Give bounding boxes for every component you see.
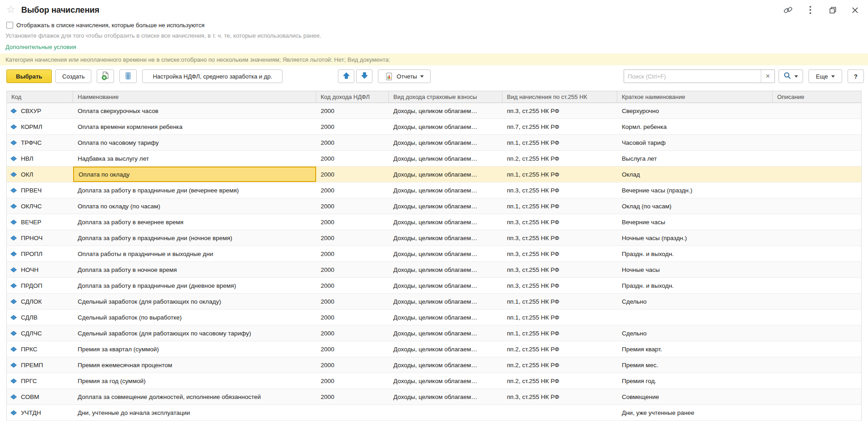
table-row-ПРНОЧ[interactable]: ПРНОЧДоплата за работу в праздничные дни… <box>7 230 861 246</box>
search-input[interactable] <box>624 70 761 83</box>
table-row-ОКЛЧС[interactable]: ОКЛЧСОплата по окладу (по часам)2000Дохо… <box>7 198 861 214</box>
table-row-ПРВЕЧ[interactable]: ПРВЕЧДоплата за работу в праздничные дни… <box>7 182 861 198</box>
cell-code[interactable]: ПРЕМП <box>7 357 73 373</box>
cell-name[interactable]: Доплата за работу в праздничные дни (дне… <box>73 278 316 293</box>
cell-income[interactable]: Доходы, целиком облагаем… <box>389 214 502 230</box>
cell-code[interactable]: НОЧН <box>7 262 73 277</box>
cell-desc[interactable] <box>773 341 861 357</box>
cell-name[interactable]: Доплата за совмещение должностей, исполн… <box>73 389 316 404</box>
cell-short[interactable]: Сдельно <box>617 325 773 341</box>
ndfl-settings-button[interactable]: Настройка НДФЛ, среднего заработка и др. <box>142 69 283 83</box>
cell-article[interactable]: пп.2, ст.255 НК РФ <box>502 151 617 166</box>
cell-article[interactable]: пп.2, ст.255 НК РФ <box>502 373 617 389</box>
cell-desc[interactable] <box>773 214 861 230</box>
cell-desc[interactable] <box>773 405 861 420</box>
cell-article[interactable]: пп.3, ст.255 НК РФ <box>502 103 617 118</box>
cell-article[interactable]: пп.1, ст.255 НК РФ <box>502 310 617 325</box>
column-header-name[interactable]: Наименование <box>73 91 316 103</box>
cell-ndfl[interactable]: 2000 <box>316 357 389 373</box>
cell-short[interactable]: Сверхурочно <box>617 103 773 118</box>
cell-income[interactable]: Доходы, целиком облагаем… <box>389 230 502 246</box>
cell-article[interactable]: пп.3, ст.255 НК РФ <box>502 246 617 261</box>
help-button[interactable]: ? <box>848 69 864 83</box>
list-settings-button[interactable] <box>119 69 137 83</box>
cell-income[interactable]: Доходы, целиком облагаем… <box>389 246 502 261</box>
cell-article[interactable]: пп.3, ст.255 НК РФ <box>502 389 617 404</box>
cell-ndfl[interactable]: 2000 <box>316 310 389 325</box>
cell-article[interactable]: пп.1, ст.255 НК РФ <box>502 325 617 341</box>
cell-article[interactable]: пп.3, ст.255 НК РФ <box>502 262 617 277</box>
cell-name[interactable]: Оплата по окладу (по часам) <box>73 198 316 214</box>
column-header-desc[interactable]: Описание <box>773 91 861 103</box>
column-header-income[interactable]: Вид дохода страховые взносы <box>389 91 502 103</box>
cell-income[interactable]: Доходы, целиком облагаем… <box>389 167 502 182</box>
cell-income[interactable]: Доходы, целиком облагаем… <box>389 198 502 214</box>
cell-name[interactable]: Оплата работы в праздничные и выходные д… <box>73 246 316 261</box>
additional-conditions-link[interactable]: Дополнительные условия <box>5 44 76 50</box>
cell-income[interactable]: Доходы, целиком облагаем… <box>389 310 502 325</box>
cell-article[interactable]: пп.2, ст.255 НК РФ <box>502 341 617 357</box>
table-row-КОРМЛ[interactable]: КОРМЛОплата времени кормления ребенка200… <box>7 119 861 135</box>
cell-ndfl[interactable]: 2000 <box>316 198 389 214</box>
create-button[interactable]: Создать <box>55 69 91 83</box>
cell-desc[interactable] <box>773 278 861 293</box>
cell-income[interactable]: Доходы, целиком облагаем… <box>389 373 502 389</box>
cell-income[interactable]: Доходы, целиком облагаем… <box>389 119 502 134</box>
cell-code[interactable]: ОКЛЧС <box>7 198 73 214</box>
table-row-ПРГС[interactable]: ПРГСПремия за год (суммой)2000Доходы, це… <box>7 373 861 389</box>
link-icon[interactable] <box>783 5 793 15</box>
cell-name[interactable]: Сдельный заработок (для работающих по ок… <box>73 294 316 309</box>
cell-article[interactable] <box>502 405 617 420</box>
cell-code[interactable]: НВЛ <box>7 151 73 166</box>
cell-name[interactable]: Доплата за работу в ночное время <box>73 262 316 277</box>
cell-ndfl[interactable]: 2000 <box>316 151 389 166</box>
cell-income[interactable]: Доходы, целиком облагаем… <box>389 135 502 150</box>
cell-short[interactable]: Вечерние часы <box>617 214 773 230</box>
cell-article[interactable]: пп.1, ст.255 НК РФ <box>502 294 617 309</box>
cell-article[interactable]: пп.3, ст.255 НК РФ <box>502 230 617 246</box>
cell-desc[interactable] <box>773 357 861 373</box>
cell-code[interactable]: ВЕЧЕР <box>7 214 73 230</box>
table-row-НВЛ[interactable]: НВЛНадбавка за выслугу лет2000Доходы, це… <box>7 151 861 167</box>
cell-income[interactable]: Доходы, целиком облагаем… <box>389 278 502 293</box>
cell-article[interactable]: пп.7, ст.255 НК РФ <box>502 119 617 134</box>
cell-name[interactable]: Оплата по часовому тарифу <box>73 135 316 150</box>
cell-short[interactable]: Премия год. <box>617 373 773 389</box>
cell-code[interactable]: ПРГС <box>7 373 73 389</box>
cell-desc[interactable] <box>773 373 861 389</box>
cell-name[interactable]: Премия за квартал (суммой) <box>73 341 316 357</box>
cell-income[interactable]: Доходы, целиком облагаем… <box>389 103 502 118</box>
cell-ndfl[interactable]: 2000 <box>316 135 389 150</box>
cell-name[interactable]: Сдельный заработок (для работающих по ча… <box>73 325 316 341</box>
cell-short[interactable]: Ночные часы <box>617 262 773 277</box>
table-row-НОЧН[interactable]: НОЧНДоплата за работу в ночное время2000… <box>7 262 861 278</box>
cell-article[interactable]: пп.2, ст.255 НК РФ <box>502 357 617 373</box>
table-row-ОКЛ[interactable]: ОКЛОплата по окладу2000Доходы, целиком о… <box>7 167 861 182</box>
table-row-СВХУР[interactable]: СВХУРОплата сверхурочных часов2000Доходы… <box>7 103 861 119</box>
cell-article[interactable]: пп.3, ст.255 НК РФ <box>502 278 617 293</box>
cell-ndfl[interactable]: 2000 <box>316 182 389 198</box>
cell-article[interactable]: пп.1, ст.255 НК РФ <box>502 135 617 150</box>
cell-code[interactable]: ОКЛ <box>7 167 73 182</box>
cell-ndfl[interactable]: 2000 <box>316 214 389 230</box>
column-header-short[interactable]: Краткое наименование <box>617 91 773 103</box>
cell-desc[interactable] <box>773 198 861 214</box>
cell-code[interactable]: ПРКС <box>7 341 73 357</box>
cell-code[interactable]: СДЛЧС <box>7 325 73 341</box>
cell-short[interactable]: Праздн. и выходн. <box>617 246 773 261</box>
cell-name[interactable]: Дни, учтенные до начала эксплуатации <box>73 405 316 420</box>
cell-short[interactable]: Оклад (по часам) <box>617 198 773 214</box>
cell-code[interactable]: УЧТДН <box>7 405 73 420</box>
cell-desc[interactable] <box>773 246 861 261</box>
cell-income[interactable]: Доходы, целиком облагаем… <box>389 151 502 166</box>
copy-item-button[interactable] <box>97 69 114 83</box>
cell-code[interactable]: ПРНОЧ <box>7 230 73 246</box>
cell-desc[interactable] <box>773 119 861 134</box>
cell-article[interactable]: пп.1, ст.255 НК РФ <box>502 198 617 214</box>
favorite-star-icon[interactable]: ☆ <box>6 5 15 15</box>
cell-ndfl[interactable]: 2000 <box>316 389 389 404</box>
cell-code[interactable]: СДЛВ <box>7 310 73 325</box>
cell-code[interactable]: СДЛОК <box>7 294 73 309</box>
table-row-ПРКС[interactable]: ПРКСПремия за квартал (суммой)2000Доходы… <box>7 341 861 357</box>
show-unused-checkbox[interactable] <box>6 22 13 29</box>
